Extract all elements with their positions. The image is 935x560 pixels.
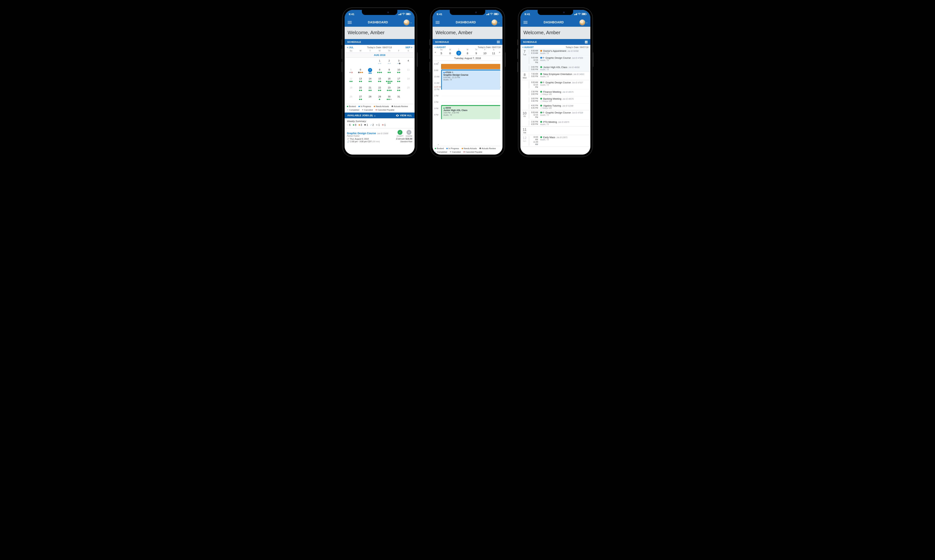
calendar-day[interactable]: 11 (404, 67, 413, 76)
calendar-day[interactable]: 12 (346, 76, 356, 85)
agenda-item[interactable]: 9:00 AM12:15 PM⟳ Graphic Design Course J… (529, 55, 590, 65)
calendar-day[interactable]: 2✓✓ (385, 58, 394, 67)
job-partner: Partner Foxtrot (347, 135, 388, 137)
next-month-button[interactable]: SEP > (405, 46, 412, 49)
eye-icon (396, 114, 399, 117)
day-title: Tuesday, August 7, 2018 (433, 55, 502, 61)
calendar-day[interactable]: 14 (365, 76, 375, 85)
stage: 9:41 DASHBOARD ⌄ Welcome, Amber SCHEDULE… (0, 0, 935, 560)
weekday-column[interactable]: S11 (489, 49, 498, 55)
calendar-day[interactable]: 28 (365, 94, 375, 103)
calendar-day[interactable]: 17 (394, 76, 404, 85)
scroll-down-icon[interactable]: ▾ (438, 143, 439, 146)
calendar-day[interactable]: 29 (375, 94, 384, 103)
calendar-day[interactable]: 21 (365, 85, 375, 94)
weekday-column[interactable]: W8 (463, 49, 472, 55)
calendar-day[interactable] (356, 58, 365, 67)
calendar-day[interactable]: 30✕ (385, 94, 394, 103)
agenda-item[interactable]: 10:00 AM11:30 AM Early Mass Job ID 23071… (529, 135, 590, 146)
calendar-day[interactable]: 3✓R (394, 58, 404, 67)
battery-icon (406, 13, 410, 15)
calendar-grid-icon[interactable] (585, 41, 588, 43)
schedule-header: SCHEDULE (521, 39, 590, 45)
agenda-item[interactable]: 3:00 PM3:30 PM Banking Meeting Job ID 40… (529, 97, 590, 103)
view-all-button[interactable]: VIEW ALL (396, 114, 412, 117)
calendar-day[interactable]: 20 (356, 85, 365, 94)
calendar-day[interactable]: 16 (385, 76, 394, 85)
phone-agenda: 9:41 DASHBOARD ⌄ Welcome, Amber SCHEDULE… (518, 8, 593, 157)
agenda-day: 11Sat (521, 126, 590, 135)
calendar-day[interactable]: 19 (346, 85, 356, 94)
wifi-icon (402, 13, 405, 15)
calendar-day[interactable]: 1✓✓ (375, 58, 384, 67)
agenda-item[interactable]: 2:30 PM4:00 PM PTA Meeting Job ID 40575A… (529, 120, 590, 126)
event-block[interactable]: 48056Junior High ASL Class3:00 PM - 5:00… (441, 105, 500, 119)
calendar-day[interactable]: 15 (375, 76, 384, 85)
clock-icon: 🕑 (347, 140, 350, 143)
calendar-day[interactable]: 8 (375, 67, 384, 76)
menu-button[interactable] (523, 20, 528, 25)
week-prev-button[interactable]: ◂ (433, 49, 437, 55)
calendar-day[interactable]: 18 (404, 76, 413, 85)
calendar-day[interactable]: 7 (365, 67, 375, 76)
event-block[interactable] (441, 64, 500, 69)
agenda-item[interactable]: 9:00 AM12:15 PM⟳ Graphic Design Course J… (529, 110, 590, 120)
weekly-summary-label: Weekly Summary: (347, 120, 412, 123)
list-view-icon[interactable] (497, 41, 500, 43)
prev-month-button[interactable]: < AUGUST (434, 46, 446, 49)
accept-button[interactable]: ✓ACCEPT (397, 130, 404, 137)
calendar-day[interactable]: 23 (385, 85, 394, 94)
calendar-day[interactable]: 13 (356, 76, 365, 85)
schedule-header: SCHEDULE (345, 39, 414, 45)
weekday-column[interactable]: F10 (481, 49, 489, 55)
weekday-column[interactable]: Th9 (472, 49, 481, 55)
ignore-button[interactable]: ✕IGNORE (406, 130, 412, 137)
calendar-day[interactable]: 6R (356, 67, 365, 76)
menu-button[interactable] (435, 20, 440, 25)
calendar-grid[interactable]: 1✓✓2✓✓3✓R45✕✕6R7891011121314151617181920… (345, 58, 414, 104)
calendar-day[interactable]: 25 (404, 85, 413, 94)
calendar-day[interactable]: 24 (394, 85, 404, 94)
calendar-day[interactable]: 9 (385, 67, 394, 76)
profile-menu[interactable]: ⌄ (579, 20, 588, 25)
agenda-item[interactable]: 2:30 PM3:00 PM Finance Meeting Job ID 40… (529, 89, 590, 97)
timeline[interactable]: ▴ ▾ 8 AM9 AM10 AM11 AM12 PM1 PM2 PM3 PM4… (433, 61, 502, 146)
menu-button[interactable] (347, 20, 352, 25)
agenda-item[interactable]: 9:00 AM12:15 PM⟳ Graphic Design Course J… (529, 80, 590, 89)
weekday-column[interactable]: T7 (454, 49, 463, 55)
calendar-day[interactable]: 4 (404, 58, 413, 67)
today-date-label: Today's Date: 08/07/18 (566, 46, 588, 49)
agenda-item[interactable]: 7:00 AM3:00 PM New Employee Orientation … (529, 72, 590, 78)
calendar-day[interactable]: 10 (394, 67, 404, 76)
profile-menu[interactable]: ⌄ (491, 20, 500, 25)
prev-month-button[interactable]: < JUL (347, 46, 354, 49)
calendar-day[interactable]: 5✕✕ (346, 67, 356, 76)
calendar-day[interactable]: 26 (346, 94, 356, 103)
signal-icon (398, 13, 402, 15)
phone-day: 9:41 DASHBOARD ⌄ Welcome, Amber SCHEDULE… (430, 8, 505, 157)
weekday-column[interactable]: Su5 (437, 49, 446, 55)
week-next-button[interactable]: ▸ (498, 49, 502, 55)
job-card[interactable]: Graphic Design Course Job ID 23690 Partn… (345, 128, 414, 143)
agenda-item[interactable]: 8:00 AM8:15 AM Doctor's Appointment Job … (529, 49, 590, 55)
event-block[interactable]: 47026 ⟳Graphic Design Course9:00 AM - 12… (441, 69, 500, 90)
calendar-day[interactable]: 22 (375, 85, 384, 94)
calendar-day[interactable]: 27 (356, 94, 365, 103)
prev-month-button[interactable]: < AUGUST (522, 46, 534, 49)
status-time: 9:41 (525, 12, 530, 16)
welcome-text: Welcome, Amber (433, 27, 502, 39)
calendar-day[interactable]: 31 (394, 94, 404, 103)
calendar-day[interactable] (346, 58, 356, 67)
calendar-day[interactable] (365, 58, 375, 67)
week-strip[interactable]: ◂ Su5M6T7W8Th9F10S11 ▸ (433, 49, 502, 55)
calendar-day[interactable] (404, 94, 413, 103)
chevron-down-icon: ⌄ (410, 21, 412, 24)
weekday-column[interactable]: M6 (446, 49, 454, 55)
phone-month: 9:41 DASHBOARD ⌄ Welcome, Amber SCHEDULE… (342, 8, 417, 157)
status-icons (398, 13, 411, 15)
profile-menu[interactable]: ⌄ (404, 20, 412, 25)
agenda-list[interactable]: 7Tue8:00 AM8:15 AM Doctor's Appointment … (521, 49, 590, 155)
available-jobs-header[interactable]: AVAILABLE JOBS (6)⌄ VIEW ALL (345, 112, 414, 118)
agenda-item[interactable]: 4:00 PM4:45 PM Algebra Tutoring Job ID 5… (529, 103, 590, 110)
agenda-item[interactable]: 3:00 PM5:00 PM Junior High ASL Class Job… (529, 65, 590, 72)
